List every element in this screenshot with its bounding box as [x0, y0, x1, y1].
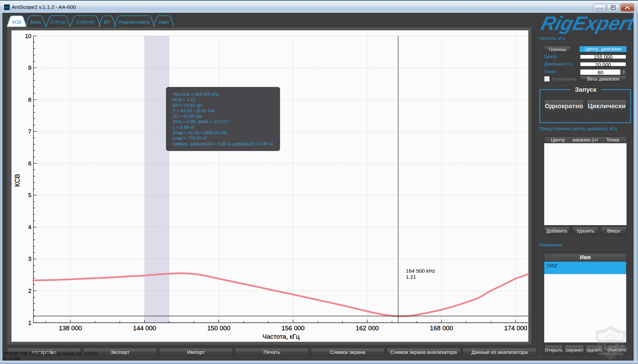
svg-text:Смит: Смит — [158, 20, 169, 25]
svg-text:144 000: 144 000 — [133, 324, 156, 331]
svg-text:ВП: ВП — [104, 20, 110, 25]
svg-text:8: 8 — [28, 96, 31, 103]
svg-text:150 000: 150 000 — [207, 324, 230, 331]
svg-text:168 000: 168 000 — [430, 324, 453, 331]
svg-text:138 000: 138 000 — [59, 324, 82, 331]
svg-text:4: 4 — [28, 224, 31, 230]
svg-text:Z=R||+jX: Z=R||+jX — [77, 20, 94, 25]
svg-text:174 000: 174 000 — [504, 324, 527, 331]
svg-text:10: 10 — [25, 33, 31, 39]
svg-text:Частота, кГц: Частота, кГц — [262, 333, 300, 340]
svg-text:156 000: 156 000 — [281, 324, 305, 331]
svg-text:7: 7 — [28, 128, 31, 135]
svg-text:164 500 kHz: 164 500 kHz — [406, 268, 435, 274]
svg-text:1: 1 — [28, 320, 31, 326]
svg-text:1.21: 1.21 — [406, 274, 416, 280]
svg-text:Фаза: Фаза — [30, 20, 41, 25]
svg-text:6: 6 — [28, 160, 31, 166]
svg-text:2: 2 — [28, 287, 31, 294]
svg-text:КСВ: КСВ — [13, 174, 21, 186]
svg-text:3: 3 — [28, 256, 31, 262]
svg-text:162 000: 162 000 — [356, 324, 379, 331]
svg-text:КСВ: КСВ — [12, 20, 21, 25]
svg-text:RigExpert: RigExpert — [539, 14, 634, 34]
svg-text:5: 5 — [28, 192, 31, 199]
svg-text:9: 9 — [28, 65, 31, 71]
svg-text:Рефлектометр: Рефлектометр — [119, 20, 150, 25]
svg-text:Z=R+jX: Z=R+jX — [50, 20, 66, 25]
